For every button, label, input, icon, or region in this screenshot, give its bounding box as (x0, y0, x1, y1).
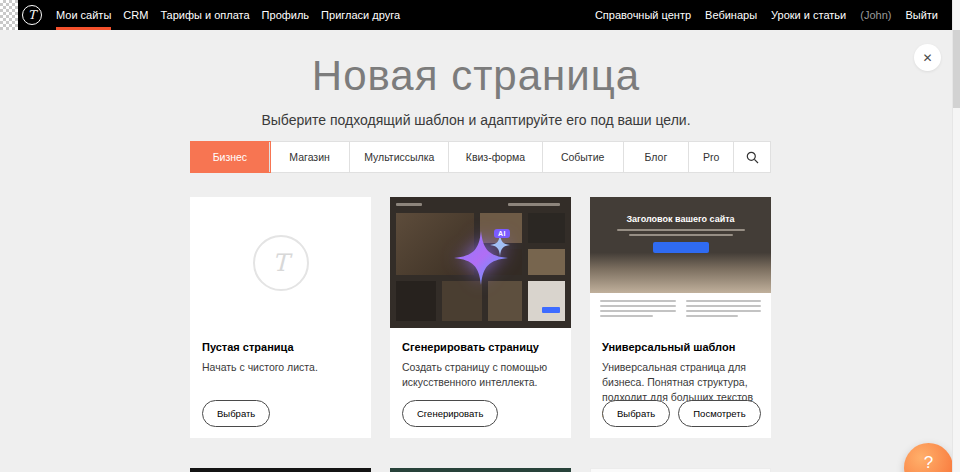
page-subtitle: Выберите подходящий шаблон и адаптируйте… (0, 112, 952, 128)
card-title: Универсальный шаблон (602, 341, 759, 353)
secondary-nav: Справочный центр Вебинары Уроки и статьи… (595, 9, 952, 21)
top-navigation-bar: T Мои сайты CRM Тарифы и оплата Профиль … (0, 0, 952, 30)
template-preview-ai[interactable]: AI (390, 197, 571, 328)
user-name-label: (John) (860, 9, 891, 21)
template-preview-partial[interactable] (390, 468, 571, 472)
choose-button[interactable]: Выбрать (602, 400, 670, 427)
nav-item-my-sites[interactable]: Мои сайты (56, 0, 111, 30)
ai-badge: AI (494, 229, 510, 238)
preview-tile (396, 281, 436, 321)
tab-quiz-form[interactable]: Квиз-форма (449, 142, 543, 172)
tab-business[interactable]: Бизнес (191, 142, 270, 172)
preview-hero-title: Заголовок вашего сайта (590, 214, 771, 224)
view-button[interactable]: Посмотреть (678, 400, 760, 427)
card-title: Пустая страница (202, 341, 359, 353)
page-title: Новая страница (0, 52, 952, 100)
generate-button[interactable]: Сгенерировать (402, 400, 498, 427)
preview-mini-button (542, 307, 560, 313)
nav-item-lessons[interactable]: Уроки и статьи (771, 9, 846, 21)
preview-cta-button (653, 242, 709, 253)
tab-store[interactable]: Магазин (270, 142, 351, 172)
preview-body-text (590, 293, 771, 320)
nav-item-invite-friend[interactable]: Пригласи друга (321, 0, 400, 30)
preview-text-placeholder (617, 229, 745, 231)
template-preview-partial[interactable] (590, 468, 771, 472)
transparency-checker (0, 0, 18, 30)
choose-button[interactable]: Выбрать (202, 400, 270, 427)
preview-text-placeholder (629, 234, 733, 236)
template-preview-blank[interactable]: T (190, 197, 371, 328)
help-button[interactable]: ? (904, 443, 953, 472)
tab-search[interactable] (734, 142, 770, 172)
preview-panel (528, 281, 565, 321)
template-card-universal: Заголовок вашего сайта Универсальный шаб… (590, 197, 771, 438)
nav-item-pricing[interactable]: Тарифы и оплата (160, 0, 249, 30)
main-nav: Мои сайты CRM Тарифы и оплата Профиль Пр… (56, 0, 400, 30)
tab-event[interactable]: Событие (543, 142, 624, 172)
preview-tile (528, 213, 565, 243)
preview-hero: Заголовок вашего сайта (590, 197, 771, 293)
search-icon (746, 151, 759, 164)
template-preview-universal[interactable]: Заголовок вашего сайта (590, 197, 771, 328)
nav-item-webinars[interactable]: Вебинары (705, 9, 757, 21)
nav-item-profile[interactable]: Профиль (262, 0, 310, 30)
template-preview-partial[interactable] (190, 468, 371, 472)
tab-multilink[interactable]: Мультиссылка (350, 142, 449, 172)
card-title: Сгенерировать страницу (402, 341, 559, 353)
template-card-blank: T Пустая страница Начать с чистого листа… (190, 197, 371, 438)
nav-item-help-center[interactable]: Справочный центр (595, 9, 691, 21)
tab-pro[interactable]: Pro (689, 142, 734, 172)
close-icon[interactable]: ✕ (914, 44, 941, 71)
tilda-logo-placeholder-icon: T (253, 235, 309, 291)
scrollbar-track[interactable] (952, 0, 960, 472)
card-description: Начать с чистого листа. (202, 360, 359, 375)
scrollbar-thumb[interactable] (953, 30, 960, 108)
card-description: Создать страницу с помощью искусственног… (402, 360, 559, 390)
tilda-logo-icon[interactable]: T (22, 5, 42, 25)
template-card-ai: AI Сгенерировать страницу Создать страни… (390, 197, 571, 438)
preview-text-placeholder (396, 203, 422, 206)
tab-blog[interactable]: Блог (624, 142, 690, 172)
preview-tile (528, 249, 565, 275)
preview-text-placeholder (508, 203, 560, 206)
nav-item-crm[interactable]: CRM (123, 0, 148, 30)
logout-link[interactable]: Выйти (905, 9, 938, 21)
template-category-tabs: Бизнес Магазин Мультиссылка Квиз-форма С… (190, 141, 771, 173)
